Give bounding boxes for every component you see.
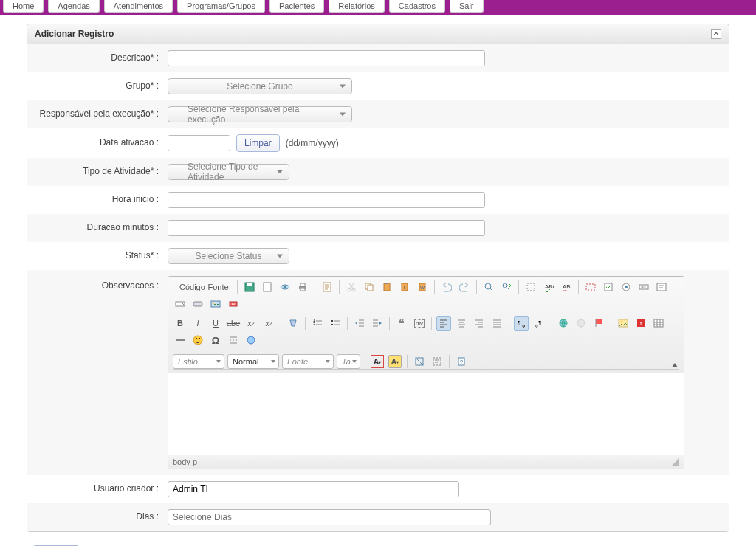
- selectall-icon[interactable]: [523, 280, 538, 294]
- bgcolor-icon[interactable]: A▾: [388, 354, 402, 369]
- numbered-list-icon[interactable]: 12: [310, 316, 325, 331]
- textarea-icon[interactable]: [654, 280, 669, 294]
- data-ativacao-input[interactable]: [168, 135, 230, 151]
- cut-icon[interactable]: [344, 280, 359, 294]
- usuario-criador-input[interactable]: [168, 481, 459, 497]
- align-justify-icon[interactable]: [489, 316, 504, 331]
- removeformat-icon[interactable]: [286, 316, 300, 331]
- radio-icon[interactable]: [619, 280, 633, 294]
- nav-relatorios[interactable]: Relatórios: [329, 0, 385, 13]
- subscript-icon[interactable]: x2: [244, 316, 258, 331]
- svg-rect-7: [300, 288, 305, 291]
- nav-agendas[interactable]: Agendas: [48, 0, 99, 13]
- svg-text:ABC: ABC: [545, 283, 554, 290]
- style-combo-label: Estilo: [178, 357, 198, 366]
- align-left-icon[interactable]: [436, 316, 451, 331]
- spellcheck-icon[interactable]: ABC: [541, 280, 556, 294]
- tipo-atividade-select[interactable]: Selecione Tipo de Atividade: [168, 164, 289, 180]
- save-icon[interactable]: [242, 280, 257, 294]
- copy-icon[interactable]: [362, 280, 377, 294]
- outdent-icon[interactable]: [352, 316, 367, 331]
- toolbar-separator: [407, 355, 408, 368]
- svg-point-19: [485, 283, 491, 289]
- undo-icon[interactable]: [439, 280, 454, 294]
- nav-home[interactable]: Home: [3, 0, 44, 13]
- paste-text-icon[interactable]: T: [397, 280, 412, 294]
- svg-point-53: [199, 338, 200, 339]
- image-icon[interactable]: [616, 316, 630, 331]
- nav-programas-grupos[interactable]: Programas/Grupos: [177, 0, 265, 13]
- size-combo[interactable]: Ta...: [337, 354, 360, 369]
- dias-input[interactable]: [168, 509, 491, 525]
- unlink-icon[interactable]: [574, 316, 588, 331]
- indent-icon[interactable]: [370, 316, 385, 331]
- blockquote-icon[interactable]: ❝: [394, 316, 409, 331]
- responsavel-select[interactable]: Selecione Responsável pela execução: [168, 106, 352, 122]
- nav-sair[interactable]: Sair: [450, 0, 484, 13]
- nav-pacientes[interactable]: Pacientes: [269, 0, 324, 13]
- svg-rect-21: [527, 283, 535, 291]
- about-icon[interactable]: ?: [454, 354, 469, 369]
- newpage-icon[interactable]: [260, 280, 275, 294]
- redo-icon[interactable]: [457, 280, 472, 294]
- imagebutton-icon[interactable]: [208, 297, 223, 311]
- paste-word-icon[interactable]: W: [415, 280, 430, 294]
- grupo-select[interactable]: Selecione Grupo: [168, 78, 352, 94]
- ltr-icon[interactable]: ¶: [514, 316, 529, 331]
- pagebreak-icon[interactable]: [226, 333, 241, 348]
- checkbox-icon[interactable]: [601, 280, 616, 294]
- hora-inicio-input[interactable]: [168, 192, 485, 208]
- form-icon[interactable]: [583, 280, 598, 294]
- editor-content-area[interactable]: [168, 373, 684, 455]
- panel-collapse-button[interactable]: [711, 29, 721, 39]
- limpar-button[interactable]: Limpar: [236, 134, 280, 152]
- anchor-icon[interactable]: [591, 316, 606, 331]
- nav-cadastros[interactable]: Cadastros: [389, 0, 445, 13]
- hr-icon[interactable]: [173, 333, 188, 348]
- editor-elements-path[interactable]: body p: [173, 457, 197, 466]
- editor-toolbar: Código-Fonte: [168, 277, 684, 373]
- table-icon[interactable]: [651, 316, 666, 331]
- format-combo[interactable]: Normal: [227, 354, 279, 369]
- find-icon[interactable]: [481, 280, 496, 294]
- nav-atendimentos[interactable]: Atendimentos: [104, 0, 173, 13]
- rtl-icon[interactable]: ¶: [532, 316, 546, 331]
- preview-icon[interactable]: [278, 280, 292, 294]
- duracao-input[interactable]: [168, 220, 485, 236]
- textfield-icon[interactable]: ab: [636, 280, 651, 294]
- flash-icon[interactable]: f: [633, 316, 648, 331]
- strike-icon[interactable]: abe: [226, 316, 241, 331]
- button-field-icon[interactable]: [190, 297, 205, 311]
- replace-icon[interactable]: [499, 280, 514, 294]
- toolbar-separator: [509, 317, 509, 330]
- status-select[interactable]: Selecione Status: [168, 248, 289, 264]
- iframe-icon[interactable]: [244, 333, 258, 348]
- paste-icon[interactable]: [379, 280, 394, 294]
- smiley-icon[interactable]: [190, 333, 205, 348]
- print-icon[interactable]: [295, 280, 310, 294]
- templates-icon[interactable]: [320, 280, 334, 294]
- style-combo[interactable]: Estilo: [173, 354, 224, 369]
- bulleted-list-icon[interactable]: [328, 316, 343, 331]
- specialchar-icon[interactable]: Ω: [208, 333, 223, 348]
- font-combo[interactable]: Fonte: [282, 354, 334, 369]
- italic-icon[interactable]: I: [190, 316, 205, 331]
- scayt-icon[interactable]: ABC: [559, 280, 574, 294]
- textcolor-icon[interactable]: A▾: [370, 354, 385, 369]
- editor-resize-handle[interactable]: [672, 458, 679, 466]
- align-right-icon[interactable]: [472, 316, 487, 331]
- maximize-icon[interactable]: [412, 354, 427, 369]
- hiddenfield-icon[interactable]: H: [226, 297, 241, 311]
- select-field-icon[interactable]: [173, 297, 188, 311]
- div-icon[interactable]: div: [412, 316, 427, 331]
- superscript-icon[interactable]: x2: [261, 316, 276, 331]
- source-button[interactable]: Código-Fonte: [173, 280, 233, 294]
- descricao-input[interactable]: [168, 50, 485, 66]
- font-combo-label: Fonte: [287, 357, 308, 366]
- bold-icon[interactable]: B: [173, 316, 188, 331]
- showblocks-icon[interactable]: [430, 354, 444, 369]
- toolbar-collapse-icon[interactable]: [672, 363, 679, 367]
- align-center-icon[interactable]: [454, 316, 469, 331]
- link-icon[interactable]: [556, 316, 571, 331]
- underline-icon[interactable]: U: [208, 316, 223, 331]
